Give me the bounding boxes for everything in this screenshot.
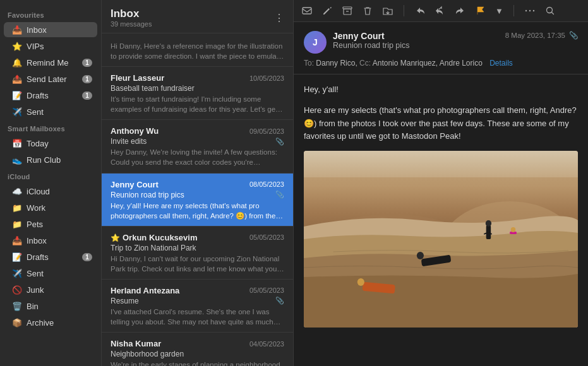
- svg-rect-10: [486, 225, 491, 239]
- sidebar-item-label: Drafts: [27, 252, 82, 262]
- sender-avatar: J: [304, 31, 327, 54]
- mail-list-header: Inbox 39 messages ⋮: [102, 0, 293, 33]
- detail-body: Hey, y'all! Here are my selects (that's …: [294, 74, 588, 366]
- filter-icon[interactable]: ⋮: [274, 12, 284, 24]
- starred-icon: ⭐: [111, 233, 120, 242]
- mail-subject: Trip to Zion National Park: [111, 244, 284, 252]
- sidebar-item-icloud-sent[interactable]: ✈️ Sent: [4, 266, 97, 281]
- get-mail-button[interactable]: [301, 5, 313, 16]
- sidebar-item-archive[interactable]: 📦 Archive: [4, 315, 97, 330]
- detail-pane: ▼ J Jenny Court Reunion road trip pics: [294, 0, 588, 366]
- search-button[interactable]: [544, 5, 556, 16]
- date-text: 8 May 2023, 17:35: [505, 32, 565, 39]
- mail-date: 05/05/2023: [249, 233, 284, 241]
- sidebar-item-today[interactable]: 📅 Today: [4, 136, 97, 151]
- mail-list-title: Inbox: [111, 8, 152, 20]
- inbox-icon: 📥: [11, 24, 23, 35]
- sidebar-item-remind-me[interactable]: 🔔 Remind Me 1: [4, 55, 97, 70]
- sidebar-item-label: Sent: [27, 107, 92, 117]
- trash-button[interactable]: [362, 5, 373, 16]
- sidebar-item-pets[interactable]: 📁 Pets: [4, 216, 97, 232]
- mail-items-list: Hi Danny, Here's a reference image for t…: [102, 33, 293, 366]
- sidebar-item-junk[interactable]: 🚫 Junk: [4, 282, 97, 297]
- mail-item[interactable]: Anthony Wu 09/05/2023 Invite edits 📎 Hey…: [102, 120, 293, 173]
- cc-value: Antonio Manriquez, Andre Lorico: [373, 59, 483, 68]
- sidebar-item-label: Bin: [27, 302, 92, 311]
- sidebar-item-icloud[interactable]: ☁️ iCloud: [4, 184, 97, 199]
- sidebar-item-icloud-inbox[interactable]: 📥 Inbox: [4, 233, 97, 248]
- attachment-icon: 📎: [275, 138, 284, 146]
- svg-point-11: [486, 220, 491, 227]
- sent-icon: ✈️: [11, 106, 23, 117]
- drafts-badge: 1: [82, 92, 92, 100]
- to-label: To:: [304, 59, 314, 68]
- sidebar-item-label: Archive: [27, 318, 92, 328]
- mail-subject: Neighborhood garden: [111, 350, 284, 358]
- forward-button[interactable]: [455, 5, 466, 16]
- drafts-icon: 📝: [11, 251, 23, 263]
- sidebar-item-label: iCloud: [27, 187, 92, 196]
- more-button[interactable]: [524, 5, 536, 16]
- detail-subject: Reunion road trip pics: [333, 41, 505, 50]
- svg-point-15: [511, 227, 515, 232]
- detail-header: J Jenny Court Reunion road trip pics 8 M…: [294, 22, 588, 74]
- sidebar-item-work[interactable]: 📁 Work: [4, 200, 97, 215]
- sidebar-item-vips[interactable]: ⭐ VIPs: [4, 38, 97, 54]
- mail-item-selected[interactable]: Jenny Court 08/05/2023 Reunion road trip…: [102, 174, 293, 227]
- bell-icon: 🔔: [11, 57, 23, 68]
- mail-preview: We're in the early stages of planning a …: [111, 360, 284, 366]
- mail-preview: It's time to start fundraising! I'm incl…: [111, 94, 284, 114]
- reply-button[interactable]: [414, 5, 426, 16]
- mail-item[interactable]: Herland Antezana 05/05/2023 Resume 📎 I'v…: [102, 280, 293, 333]
- mail-list: Inbox 39 messages ⋮ Hi Danny, Here's a r…: [101, 0, 294, 366]
- sidebar-item-drafts[interactable]: 📝 Drafts 1: [4, 88, 97, 103]
- detail-toolbar: ▼: [294, 0, 588, 22]
- mail-subject: Invite edits: [111, 137, 273, 146]
- mail-sender: Jenny Court: [111, 180, 244, 189]
- sent-icon: ✈️: [11, 268, 23, 279]
- svg-rect-0: [303, 8, 311, 14]
- mail-sender: Anthony Wu: [111, 126, 244, 136]
- details-link[interactable]: Details: [489, 59, 513, 68]
- mail-item[interactable]: Fleur Lasseur 10/05/2023 Baseball team f…: [102, 67, 293, 120]
- detail-meta: To: Danny Rico, Cc: Antonio Manriquez, A…: [304, 59, 578, 68]
- svg-point-19: [357, 278, 364, 286]
- icloud-section-label: iCloud: [0, 168, 101, 183]
- mail-preview: Hey Danny, We're loving the invite! A fe…: [111, 147, 284, 167]
- sidebar-item-inbox[interactable]: 📥 Inbox: [4, 22, 97, 37]
- sidebar-item-label: Sent: [27, 269, 92, 278]
- remind-me-badge: 1: [82, 59, 92, 67]
- more-actions-button[interactable]: ▼: [495, 6, 503, 16]
- run-club-icon: 👟: [11, 154, 23, 165]
- mail-subject: Reunion road trip pics: [111, 191, 273, 199]
- mail-date: 09/05/2023: [249, 127, 284, 135]
- mail-item[interactable]: Hi Danny, Here's a reference image for t…: [102, 33, 293, 67]
- archive-button[interactable]: [342, 5, 353, 16]
- sidebar-item-send-later[interactable]: 📤 Send Later 1: [4, 71, 97, 86]
- toolbar-separator: [404, 5, 404, 16]
- sender-name: Jenny Court: [333, 31, 505, 41]
- compose-button[interactable]: [321, 5, 333, 16]
- inbox-icon: 📥: [11, 235, 23, 246]
- sidebar-item-bin[interactable]: 🗑️ Bin: [4, 298, 97, 314]
- folder-icon: 📁: [11, 218, 23, 230]
- icloud-drafts-badge: 1: [82, 253, 92, 261]
- mail-item[interactable]: ⭐Orkun Kucuksevim 05/05/2023 Trip to Zio…: [102, 227, 293, 280]
- mail-preview: Hi Danny, Here's a reference image for t…: [111, 41, 284, 61]
- svg-point-3: [525, 10, 527, 11]
- mail-item[interactable]: Nisha Kumar 04/05/2023 Neighborhood gard…: [102, 333, 293, 366]
- flag-button[interactable]: [475, 5, 486, 16]
- sidebar-item-icloud-drafts[interactable]: 📝 Drafts 1: [4, 249, 97, 264]
- cc-label: Cc:: [359, 59, 371, 68]
- sidebar-item-sent[interactable]: ✈️ Sent: [4, 104, 97, 119]
- mail-list-subtitle: 39 messages: [111, 20, 152, 28]
- sidebar-item-run-club[interactable]: 👟 Run Club: [4, 152, 97, 167]
- sidebar-item-label: Drafts: [27, 91, 82, 100]
- reply-all-button[interactable]: [435, 5, 446, 16]
- move-button[interactable]: [382, 5, 393, 16]
- attachment-indicator: 📎: [569, 31, 578, 40]
- sidebar-item-label: Remind Me: [27, 58, 82, 68]
- email-photo: [304, 151, 578, 328]
- sidebar-item-label: Pets: [27, 220, 92, 229]
- send-later-icon: 📤: [11, 73, 23, 85]
